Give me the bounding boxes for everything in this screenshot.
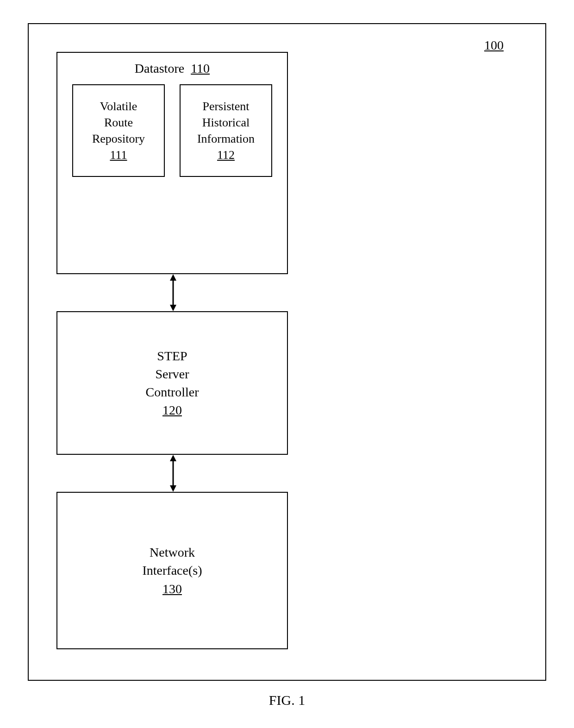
persistent-line2: Historical (202, 114, 250, 131)
step-line2: Server (155, 365, 189, 383)
volatile-line3: Repository (92, 131, 145, 147)
datastore-inner-row: Volatile Route Repository 111 Persistent… (57, 84, 287, 177)
volatile-line1: Volatile (100, 98, 137, 114)
volatile-ref: 111 (110, 147, 127, 163)
volatile-route-repository-box: Volatile Route Repository 111 (72, 84, 165, 177)
datastore-title: Datastore 110 (57, 61, 287, 76)
network-interfaces-box: Network Interface(s) 130 (56, 492, 288, 649)
step-ref: 120 (162, 401, 182, 419)
persistent-historical-information-box: Persistent Historical Information 112 (180, 84, 272, 177)
step-line3: Controller (145, 383, 199, 401)
step-server-controller-box: STEP Server Controller 120 (56, 311, 288, 455)
datastore-title-text: Datastore (135, 61, 184, 75)
network-line2: Interface(s) (142, 561, 202, 579)
double-arrow-icon (170, 455, 176, 492)
network-line1: Network (150, 543, 195, 561)
svg-marker-5 (170, 485, 176, 492)
persistent-line3: Information (197, 131, 255, 147)
svg-marker-1 (170, 274, 176, 281)
diagram-frame: 100 Datastore 110 Volatile Route Reposit… (28, 23, 546, 681)
persistent-ref: 112 (217, 147, 235, 163)
svg-marker-2 (170, 305, 176, 311)
svg-marker-4 (170, 455, 176, 461)
datastore-box: Datastore 110 Volatile Route Repository … (56, 52, 288, 274)
step-line1: STEP (157, 347, 187, 365)
persistent-line1: Persistent (202, 98, 249, 114)
volatile-line2: Route (104, 114, 133, 131)
datastore-ref: 110 (191, 61, 210, 75)
figure-reference-number: 100 (484, 38, 504, 53)
figure-caption: FIG. 1 (0, 692, 574, 708)
double-arrow-icon (170, 274, 176, 311)
network-ref: 130 (162, 580, 182, 598)
